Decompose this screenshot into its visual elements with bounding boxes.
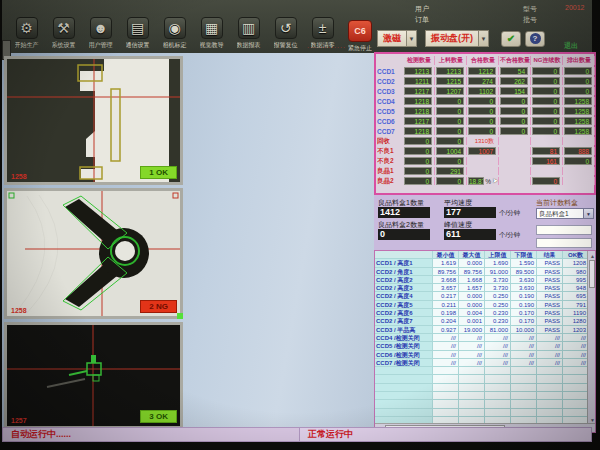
measurement-cell xyxy=(433,384,459,391)
measurement-row xyxy=(375,392,587,400)
camera1-image xyxy=(7,59,180,182)
counts-row-label: 良品2 xyxy=(377,177,403,186)
camera3-counter: 1257 xyxy=(11,417,27,424)
current-tray-dropdown[interactable]: 良品料盒1 ▼ xyxy=(536,208,600,219)
exit-link[interactable]: 退出 xyxy=(564,41,578,51)
measurement-row: CCD2 / 高度5 0.2110.0000.2500.190PASS791 xyxy=(375,301,587,309)
measurement-cell: /// xyxy=(563,334,589,341)
counts-row: CCD2 1211 1215 xyxy=(377,76,593,86)
toolbar-right: 用户 型号 20012 订单 批号 激磁 ▼ 振动盘(开) xyxy=(377,0,592,53)
count-value-box: 0 xyxy=(500,117,528,125)
toolbar-button-label: 报警复位 xyxy=(274,41,298,50)
measurement-cell xyxy=(511,375,537,382)
vertical-scrollbar[interactable]: ▲ ▼ xyxy=(587,251,595,425)
toolbar-button-label: 用户管理 xyxy=(89,41,113,50)
measurement-cell: 0.170 xyxy=(511,317,537,324)
measurement-cell: 0.004 xyxy=(459,309,485,316)
measurement-cell: PASS xyxy=(537,276,563,283)
counts-row-label: CCD6 xyxy=(377,118,403,125)
mode-controls: 激磁 ▼ 振动盘(开) ▼ ✔ ? xyxy=(377,30,545,47)
measurement-cell: 0.190 xyxy=(511,292,537,299)
toolbar-button[interactable]: ⚒ 系统设置 xyxy=(45,17,82,50)
count-value-box: 0 xyxy=(532,127,560,135)
measurement-row: CCD2 / 高度7 0.2040.0010.2300.170PASS1280 xyxy=(375,317,587,325)
toolbar-button-label: 数据报表 xyxy=(237,41,261,50)
measurement-row-label: CCD4 /检测关闭 xyxy=(375,334,433,341)
spare-input-2[interactable] xyxy=(536,238,592,248)
measurement-cell xyxy=(511,392,537,399)
order-value xyxy=(457,15,509,26)
count-value-box: 1211 xyxy=(404,77,432,85)
model-label: 型号 xyxy=(523,4,551,15)
measurement-row xyxy=(375,409,587,417)
chevron-down-icon: ▼ xyxy=(584,208,594,219)
counts-column-header: 不合格数量 xyxy=(499,56,531,65)
measurement-cell: PASS xyxy=(537,292,563,299)
measurement-cell xyxy=(511,400,537,407)
count-value-box: 1213 xyxy=(404,67,432,75)
measurement-cell xyxy=(511,409,537,416)
vibration-bowl-dropdown[interactable]: 振动盘(开) ▼ xyxy=(425,30,489,47)
measurement-cell: 695 xyxy=(563,292,589,299)
count-value-box: 18.87 xyxy=(468,177,484,185)
spare-input-1[interactable] xyxy=(536,225,592,235)
counts-row-label: CCD1 xyxy=(377,68,403,75)
measurement-cell: 1203 xyxy=(563,326,589,333)
count-value-box: 0 xyxy=(564,67,592,75)
toolbar-button[interactable]: ⚙ 开始生产 xyxy=(8,17,45,50)
measurement-header-row: 最小值最大值上限值下限值结果OK数 xyxy=(375,251,587,259)
count-value-box: 1215 xyxy=(436,77,464,85)
measurement-cell: /// xyxy=(537,334,563,341)
measurement-cell: /// xyxy=(433,359,459,366)
measurement-row: CCD4 /检测关闭 ////////////////// xyxy=(375,334,587,342)
measurement-cell: /// xyxy=(459,342,485,349)
measurement-cell: /// xyxy=(511,351,537,358)
excitation-dropdown[interactable]: 激磁 ▼ xyxy=(377,30,417,47)
measurement-cell xyxy=(563,400,589,407)
measurement-row xyxy=(375,400,587,408)
measure-column-header: 下限值 xyxy=(511,251,537,258)
measurement-row xyxy=(375,384,587,392)
toolbar-button[interactable]: ▥ 数据报表 xyxy=(230,17,267,50)
measurement-cell: 0.190 xyxy=(511,301,537,308)
confirm-button[interactable]: ✔ xyxy=(501,31,521,47)
count-value-box: 1258 xyxy=(564,97,592,105)
status-left-text: 自动运行中...... xyxy=(3,428,299,441)
measurement-cell: /// xyxy=(511,359,537,366)
toolbar-button[interactable]: ◉ 相机标定 xyxy=(156,17,193,50)
measurement-cell xyxy=(433,409,459,416)
comm-settings-icon: ▤ xyxy=(127,17,149,39)
count-value-box: 0 xyxy=(436,107,464,115)
toolbar-button[interactable]: ▦ 视觉教导 xyxy=(193,17,230,50)
scrollbar-thumb[interactable] xyxy=(589,260,595,288)
measurement-cell: /// xyxy=(485,342,511,349)
emergency-stop-button[interactable]: C6 紧急停止 xyxy=(343,20,377,53)
measurement-cell: 0.927 xyxy=(433,326,459,333)
app-window: ⚙ 开始生产 ⚒ 系统设置 ☻ 用户管理 ▤ 通信设置 ◉ 相机标定 xyxy=(2,0,592,442)
measurement-cell: /// xyxy=(511,342,537,349)
toolbar-button-label: 通信设置 xyxy=(126,41,150,50)
measurement-cell: 3.730 xyxy=(485,284,511,291)
count-value-box: 1004 xyxy=(436,147,464,155)
measurement-row-label xyxy=(375,375,433,382)
help-button[interactable]: ? xyxy=(525,31,545,47)
measurement-cell: 791 xyxy=(563,301,589,308)
counts-row: 不良2 0 0 xyxy=(377,156,593,166)
measure-column-header: 最小值 xyxy=(433,251,459,258)
measurement-cell: 0.204 xyxy=(433,317,459,324)
scroll-up-icon[interactable]: ▲ xyxy=(590,252,595,260)
mouse-cursor-icon: ➤ xyxy=(492,177,498,185)
count-value-box: 1213 xyxy=(436,67,464,75)
count-value-box: 0 xyxy=(500,127,528,135)
count-value-box: 0 xyxy=(436,117,464,125)
counts-row-label: CCD2 xyxy=(377,78,403,85)
measurement-row: CCD2 / 高度4 0.2170.0000.2500.190PASS695 xyxy=(375,292,587,300)
toolbar-button[interactable]: ▤ 通信设置 xyxy=(119,17,156,50)
toolbar-button[interactable]: ☻ 用户管理 xyxy=(82,17,119,50)
measurement-row-label: CCD6 /检测关闭 xyxy=(375,351,433,358)
batch-value xyxy=(565,15,600,26)
toolbar-button[interactable]: ↺ 报警复位 xyxy=(267,17,304,50)
counts-column-header: 上料数量 xyxy=(435,56,467,65)
measurement-cell: /// xyxy=(433,342,459,349)
measurement-row-label: CCD2 / 高度6 xyxy=(375,309,433,316)
